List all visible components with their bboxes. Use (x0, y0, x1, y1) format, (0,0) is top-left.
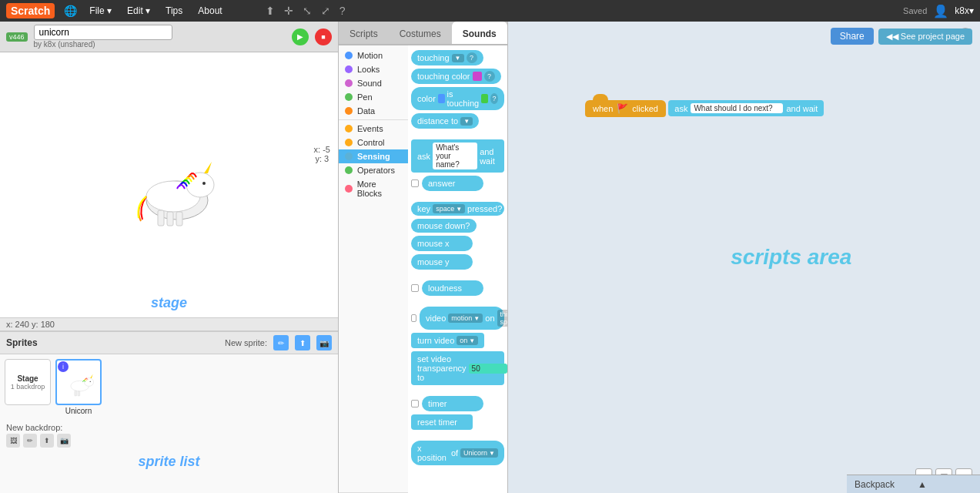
tabs-bar: Scripts Costumes Sounds (339, 22, 507, 45)
touching-color-swatch (473, 72, 482, 81)
video-motion-dropdown[interactable]: motion (448, 314, 483, 323)
upload-icon[interactable]: ⬆ (266, 5, 275, 17)
help-icon[interactable]: ? (339, 5, 346, 17)
copy-icon[interactable]: ✛ (284, 5, 293, 17)
stage-thumbnail[interactable]: Stage 1 backdrop (5, 359, 51, 405)
tab-scripts[interactable]: Scripts (339, 24, 389, 44)
green-flag-button[interactable] (292, 29, 309, 45)
distance-to-block[interactable]: distance to (411, 113, 479, 129)
camera-backdrop-btn[interactable]: 📷 (57, 434, 71, 448)
loudness-block[interactable]: loudness (422, 280, 483, 296)
paint-backdrop-btn[interactable]: 🖼 (6, 434, 20, 448)
sprites-content: Stage 1 backdrop i (0, 354, 338, 420)
stage-area: stage x: -5 y: 3 (0, 52, 338, 317)
touching-dropdown[interactable] (452, 54, 464, 62)
share-button[interactable]: Share (831, 28, 874, 45)
unicorn-sprite-item[interactable]: i U (55, 359, 102, 415)
globe-icon[interactable]: 🌐 (64, 5, 77, 17)
video-sprite-dropdown[interactable]: this sprite (497, 310, 507, 327)
sprite-name-input[interactable] (34, 25, 172, 40)
category-pen[interactable]: Pen (339, 90, 408, 104)
turn-video-block-row: turn video on (411, 333, 504, 348)
sprite-coordinates: x: -5 y: 3 (314, 145, 330, 163)
menu-file[interactable]: File ▾ (86, 4, 115, 18)
hat-block[interactable]: when 🚩 clicked (585, 100, 666, 117)
stage-sprite-item[interactable]: Stage 1 backdrop (5, 359, 51, 415)
version-badge: v446 (6, 32, 28, 42)
tab-sounds[interactable]: Sounds (452, 22, 507, 44)
category-operators[interactable]: Operators (339, 163, 408, 177)
timer-label: timer (428, 399, 447, 408)
category-motion[interactable]: Motion (339, 49, 408, 62)
category-sound[interactable]: Sound (339, 76, 408, 90)
x-position-dropdown[interactable]: Unicorn (460, 448, 498, 458)
sprites-panel: Sprites New sprite: ✏ ⬆ 📷 Stage 1 backdr… (0, 331, 338, 493)
category-looks[interactable]: Looks (339, 62, 408, 76)
top-right-actions: Share ◀◀ See project page (831, 28, 972, 45)
block-categories: Motion Looks Sound Pen Data (339, 45, 408, 493)
sprite-info-badge[interactable]: i (58, 361, 69, 372)
menu-edit[interactable]: Edit ▾ (124, 4, 153, 18)
backpack-arrow[interactable]: ▲ (918, 479, 927, 490)
unicorn-thumbnail[interactable]: i (55, 359, 102, 405)
timer-block[interactable]: timer (422, 396, 483, 411)
ask-script-block[interactable]: ask What should I do next? and wait (668, 100, 824, 116)
turn-video-block[interactable]: turn video on (411, 333, 484, 348)
answer-checkbox[interactable] (411, 179, 419, 187)
video-block[interactable]: video motion on this sprite (420, 307, 504, 330)
upload-backdrop-btn[interactable]: ⬆ (40, 434, 54, 448)
menu-about[interactable]: About (195, 4, 225, 18)
svg-marker-10 (90, 374, 92, 378)
when-label: when (593, 104, 613, 113)
shrink-icon[interactable]: ⤢ (321, 5, 330, 17)
key-dropdown[interactable]: space (433, 204, 465, 213)
category-data[interactable]: Data (339, 104, 408, 118)
scratch-logo[interactable]: Scratch (6, 3, 55, 18)
category-sensing[interactable]: Sensing (339, 149, 408, 163)
color-is-touching-block[interactable]: color is touching ? (411, 87, 504, 110)
turn-video-dropdown[interactable]: on (457, 336, 478, 345)
category-events[interactable]: Events (339, 122, 408, 136)
when-clicked-block[interactable]: when 🚩 clicked ask What should I do next… (585, 99, 824, 117)
stop-button[interactable] (315, 29, 332, 45)
category-events-label: Events (357, 124, 383, 133)
video-transparency-block[interactable]: set video transparency to 50 % (411, 351, 504, 385)
category-control[interactable]: Control (339, 136, 408, 149)
fullscreen-icon[interactable]: ⤡ (303, 5, 312, 17)
reset-timer-block[interactable]: reset timer (411, 414, 473, 430)
touching-color-block[interactable]: touching color ? (411, 69, 501, 84)
motion-dot (345, 52, 353, 59)
timer-checkbox[interactable] (411, 400, 419, 407)
x-position-block[interactable]: x position of Unicorn (411, 441, 504, 465)
mouse-down-block[interactable]: mouse down? (411, 219, 477, 233)
username[interactable]: k8x▾ (955, 5, 974, 16)
draw-sprite-button[interactable]: ✏ (273, 335, 289, 350)
backpack-label: Backpack (855, 479, 895, 490)
tab-costumes[interactable]: Costumes (389, 24, 452, 44)
svg-marker-3 (204, 162, 212, 173)
category-more-blocks-label: More Blocks (357, 179, 402, 198)
divider-5 (411, 388, 504, 393)
mouse-x-block-row: mouse x (411, 236, 504, 251)
category-more-blocks[interactable]: More Blocks (339, 177, 408, 200)
menu-tips[interactable]: Tips (162, 4, 186, 18)
ask-wait-block[interactable]: ask What's your name? and wait (411, 139, 504, 173)
loudness-checkbox[interactable] (411, 284, 419, 292)
key-pressed-block[interactable]: key space pressed? (411, 202, 504, 216)
see-project-button[interactable]: ◀◀ See project page (878, 29, 972, 45)
stage-header: v446 by k8x (unshared) (0, 22, 338, 52)
mouse-y-block[interactable]: mouse y (411, 254, 473, 270)
distance-to-dropdown[interactable] (460, 117, 473, 126)
video-checkbox[interactable] (411, 314, 416, 322)
answer-block[interactable]: answer (422, 176, 483, 191)
left-panel: v446 by k8x (unshared) (0, 22, 339, 493)
edit-backdrop-btn[interactable]: ✏ (23, 434, 37, 448)
category-pen-label: Pen (357, 92, 373, 102)
touching-color-label: touching color (417, 72, 470, 81)
backdrop-icons: 🖼 ✏ ⬆ 📷 (6, 434, 332, 448)
mouse-x-block[interactable]: mouse x (411, 236, 473, 251)
touching-block[interactable]: touching ? (411, 50, 483, 65)
touching-color-block-row: touching color ? (411, 69, 504, 84)
camera-sprite-button[interactable]: 📷 (316, 335, 332, 350)
upload-sprite-button[interactable]: ⬆ (295, 335, 310, 350)
